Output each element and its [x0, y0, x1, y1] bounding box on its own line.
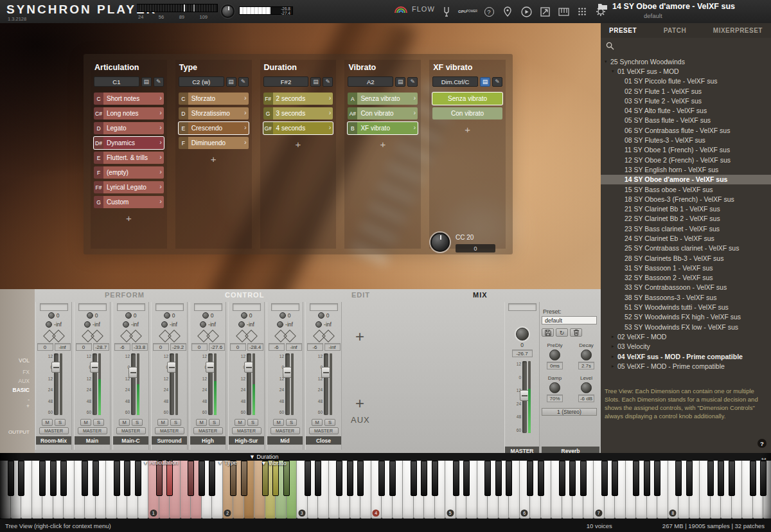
edit-pencil-icon[interactable]: ✎ [492, 77, 502, 87]
fader-slot[interactable] [54, 353, 58, 415]
black-key-Cs3[interactable] [305, 461, 311, 496]
tree-item-03-sy-flute-2-velxf-sus[interactable]: 03 SY Flute 2 - VelXF sus [601, 96, 771, 105]
tree-item-28-sy-clarinets-bb-3-velxf-sus[interactable]: 28 SY Clarinets Bb-3 - VelXF sus [601, 253, 771, 263]
black-key-Gs5[interactable] [495, 461, 502, 496]
black-key-Gs-1[interactable] [50, 461, 57, 496]
tree-item-03-velocity[interactable]: ▸03 Velocity [601, 342, 771, 351]
mute-button[interactable]: M [157, 419, 168, 426]
output-routing-button[interactable]: MASTER [232, 427, 261, 434]
mute-button[interactable]: M [80, 419, 91, 426]
tree-item-32-sy-bassoon-2-velxf-sus[interactable]: 32 SY Bassoon 2 - VelXF sus [601, 273, 771, 283]
black-key-Ds5[interactable] [463, 461, 470, 496]
black-key-Fs-1[interactable] [39, 461, 46, 496]
master-volume-slider[interactable]: -26.8-27.4 [239, 6, 293, 15]
trash-icon[interactable] [570, 328, 582, 337]
add-aux-button[interactable]: + [355, 395, 364, 412]
tree-item-01-velxf-sus-mod[interactable]: ▾01 VelXF sus - MOD [601, 66, 771, 76]
black-key-Cs4[interactable] [378, 461, 385, 496]
slot-sforzatissimo[interactable]: DSforzatissimo› [179, 107, 249, 120]
output-routing-button[interactable]: MASTER [270, 427, 300, 434]
black-key-Fs3[interactable] [336, 461, 342, 496]
black-key-As7[interactable] [654, 461, 660, 496]
black-key-Ds1[interactable] [166, 461, 173, 496]
slot-lyrical-legato[interactable]: F#Lyrical Legato› [94, 181, 164, 193]
channel-name[interactable]: Main-C [113, 436, 148, 445]
black-key-As0[interactable] [135, 461, 141, 496]
slot-senza-vibrato[interactable]: Senza vibrato [432, 93, 502, 105]
basic-label[interactable]: BASIC [13, 387, 30, 393]
fader-slot[interactable] [522, 361, 527, 433]
slot-fluttert-trills[interactable]: EFluttert. & trills› [94, 152, 164, 164]
knob[interactable] [581, 350, 592, 360]
expander-open-icon[interactable]: ▾ [612, 69, 617, 74]
send-knob[interactable] [123, 321, 129, 328]
black-key-Cs9[interactable] [750, 461, 756, 496]
mapping-dropdown[interactable]: F#2 [263, 76, 309, 87]
tree-item-08-sy-flutes-3-velxf-sus[interactable]: 08 SY Flutes-3 - VelXF sus [601, 135, 771, 145]
send-knob[interactable] [46, 321, 52, 328]
tree-item-15-sy-bass-oboe-velxf-sus[interactable]: 15 SY Bass oboe - VelXF sus [601, 184, 771, 194]
pan-knob[interactable] [318, 312, 324, 319]
black-key-Ds4[interactable] [389, 461, 396, 496]
channel-name[interactable]: High [190, 436, 226, 445]
tree-item-04-velxf-sus-mod-prime-compatible[interactable]: ▸04 VelXF sus - MOD - Prime compatible [601, 351, 771, 361]
solo-button[interactable]: S [324, 419, 335, 426]
channel-name[interactable]: Close [306, 436, 341, 445]
slot-sforzato[interactable]: CSforzato› [179, 93, 249, 105]
add-slot-button[interactable]: + [179, 154, 249, 164]
location-pin-icon[interactable] [502, 6, 513, 17]
tree-item-06-sy-contrabass-flute-velxf-sus[interactable]: 06 SY Contrabass flute - VelXF sus [601, 125, 771, 135]
xfade-icon[interactable] [313, 330, 335, 342]
black-key-As3[interactable] [357, 461, 364, 496]
pan-knob[interactable] [279, 312, 286, 319]
black-key-Ds-1[interactable] [18, 461, 24, 496]
cc-knob[interactable] [430, 233, 450, 252]
solo-button[interactable]: S [209, 419, 220, 426]
slot-3-seconds[interactable]: G3 seconds› [263, 107, 333, 120]
tree-item-23-sy-bass-clarinet-velxf-sus[interactable]: 23 SY Bass clarinet - VelXF sus [601, 224, 771, 233]
black-key-Ds0[interactable] [93, 461, 99, 496]
tree-item-18-sy-oboes-3-french-velxf-sus[interactable]: 18 SY Oboes-3 (French) - VelXF sus [601, 194, 771, 204]
expander-closed-icon[interactable]: ▸ [612, 344, 617, 349]
black-key-Cs5[interactable] [453, 461, 459, 496]
tab-patch[interactable]: PATCH [664, 27, 686, 34]
black-key-Gs6[interactable] [569, 461, 576, 496]
knob[interactable] [549, 350, 560, 360]
tree-item-38-sy-bassoons-3-velxf-sus[interactable]: 38 SY Bassoons-3 - VelXF sus [601, 292, 771, 302]
send-knob[interactable] [200, 321, 206, 328]
aux-label[interactable]: AUX [19, 378, 30, 384]
black-key-Ds8[interactable] [686, 461, 693, 496]
tree-item-24-sy-clarinet-eb-velxf-sus[interactable]: 24 SY Clarinet Eb - VelXF sus [601, 233, 771, 243]
xfade-icon[interactable] [82, 330, 103, 342]
tree-item-25-synchron-woodwinds[interactable]: ▾25 Synchron Woodwinds [601, 57, 771, 66]
fader-slot[interactable] [285, 353, 290, 415]
expand-icon[interactable] [539, 6, 551, 17]
tree-item-02-velxf-mod[interactable]: ▸02 VelXF - MOD [601, 332, 771, 341]
tree-item-01-sy-piccolo-flute-velxf-sus[interactable]: 01 SY Piccolo flute - VelXF sus [601, 76, 771, 86]
pan-knob[interactable] [202, 312, 209, 319]
add-slot-button[interactable]: + [348, 139, 418, 150]
black-key-As1[interactable] [209, 461, 215, 496]
add-channel-button[interactable]: + [355, 328, 364, 346]
sidebar-help-icon[interactable]: ? [758, 439, 767, 448]
black-key-Cs2[interactable] [230, 461, 236, 496]
add-slot-button[interactable]: + [432, 124, 502, 135]
black-key-As6[interactable] [580, 461, 587, 496]
xfade-icon[interactable] [274, 330, 296, 342]
black-key-Gs3[interactable] [347, 461, 353, 496]
mute-button[interactable]: M [196, 419, 207, 426]
knob[interactable] [549, 382, 560, 393]
black-key-Cs7[interactable] [601, 461, 608, 496]
black-key-Gs4[interactable] [421, 461, 427, 496]
mute-button[interactable]: M [273, 419, 284, 426]
tree-item-04-sy-alto-flute-velxf-sus[interactable]: 04 SY Alto flute - VelXF sus [601, 105, 771, 115]
fx-label[interactable]: FX [22, 369, 30, 375]
layers-icon[interactable]: ▤ [226, 77, 236, 87]
tree-item-11-sy-oboe-1-french-velxf-sus[interactable]: 11 SY Oboe 1 (French) - VelXF sus [601, 145, 771, 155]
black-key-Fs6[interactable] [559, 461, 565, 496]
slot-senza-vibrato[interactable]: ASenza vibrato› [348, 93, 418, 105]
master-pan-knob[interactable] [516, 328, 529, 341]
tuning-fork-icon[interactable] [441, 6, 452, 17]
search-icon[interactable] [606, 42, 614, 50]
black-key-Ds6[interactable] [538, 461, 544, 496]
